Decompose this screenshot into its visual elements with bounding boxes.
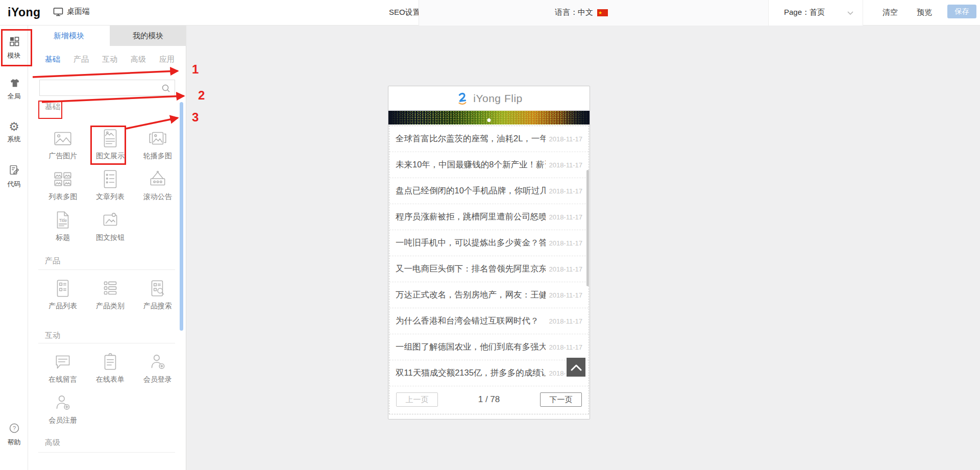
section-title-basic: 基础 — [45, 102, 60, 112]
monitor-icon — [53, 7, 63, 16]
category-interaction[interactable]: 互动 — [102, 55, 117, 64]
image-text-icon — [100, 128, 121, 149]
module-item-label: 图文按钮 — [96, 233, 125, 242]
category-advanced[interactable]: 高级 — [131, 55, 146, 64]
article-title[interactable]: 一吨旧手机中，可以提炼出多少黄金？答案... — [396, 237, 546, 249]
module-item-member-register[interactable]: 会员注册 — [39, 389, 87, 430]
clear-button[interactable]: 清空 — [883, 8, 898, 17]
module-item-ad-image[interactable]: 广告图片 — [39, 125, 87, 165]
site-header: iYong Flip — [388, 86, 590, 111]
modules-grid-icon — [9, 36, 20, 47]
module-item-member-login[interactable]: 会员登录 — [134, 348, 181, 389]
app-logo: iYong — [8, 6, 41, 19]
module-item-carousel[interactable]: 轮播多图 — [134, 125, 181, 165]
module-item-label: 轮播多图 — [143, 152, 172, 161]
category-apps[interactable]: 应用 — [159, 55, 175, 64]
article-title[interactable]: 为什么香港和台湾会错过互联网时代？ — [396, 315, 546, 327]
module-item-product-list[interactable]: 产品列表 — [39, 275, 87, 315]
seo-settings-button[interactable]: SEO设置 — [389, 8, 421, 17]
prev-page-button[interactable]: 上一页 — [396, 392, 438, 407]
module-grid-basic: 广告图片 图文展示 轮播多图 — [39, 125, 181, 247]
article-date: 2018-11-17 — [549, 239, 582, 247]
back-to-top-button[interactable] — [567, 358, 585, 377]
article-title[interactable]: 未来10年，中国最赚钱的8个新产业！薪资爆... — [396, 159, 546, 170]
sidebar-item-label: 模块 — [0, 51, 28, 60]
module-item-form[interactable]: 在线表单 — [87, 348, 134, 389]
sidebar-item-code[interactable]: 代码 — [0, 164, 28, 189]
article-title[interactable]: 程序员涨薪被拒，跳槽阿里遭前公司怒喷：... — [396, 211, 546, 222]
pagination: 上一页 1 / 78 下一页 — [389, 385, 589, 414]
title-doc-icon: Title — [52, 209, 74, 231]
tshirt-icon — [9, 78, 20, 88]
article-row[interactable]: 程序员涨薪被拒，跳槽阿里遭前公司怒喷：... 2018-11-17 — [389, 204, 589, 230]
tab-my-modules[interactable]: 我的模块 — [110, 26, 186, 46]
article-title[interactable]: 又一电商巨头倒下：排名曾领先阿里京东，... — [396, 263, 546, 275]
sidebar-item-modules[interactable]: 模块 — [0, 36, 28, 60]
site-logo-icon — [455, 92, 469, 106]
category-basic[interactable]: 基础 — [45, 55, 60, 64]
preview-button[interactable]: 预览 — [917, 8, 932, 17]
section-title-interaction: 互动 — [45, 331, 60, 340]
article-title[interactable]: 盘点已经倒闭的10个手机品牌，你听过几次 — [396, 185, 546, 196]
tab-add-modules[interactable]: 新增模块 — [28, 26, 110, 46]
banner-carousel[interactable] — [388, 111, 590, 125]
left-sidebar: 模块 全局 ⚙ 系统 代码 ? 帮助 — [0, 26, 28, 470]
notice-board-icon — [147, 168, 168, 190]
article-row[interactable]: 盘点已经倒闭的10个手机品牌，你听过几次 2018-11-17 — [389, 178, 589, 204]
save-button[interactable]: 保存 — [947, 5, 976, 18]
module-item-label: 产品列表 — [48, 302, 77, 311]
category-product[interactable]: 产品 — [74, 55, 89, 64]
sidebar-item-help[interactable]: ? 帮助 — [0, 423, 28, 447]
module-item-image-text[interactable]: 图文展示 — [87, 125, 134, 165]
image-button-icon — [100, 209, 121, 231]
article-row[interactable]: 一吨旧手机中，可以提炼出多少黄金？答案... 2018-11-17 — [389, 230, 589, 256]
module-item-image-grid[interactable]: 列表多图 — [39, 165, 87, 206]
sidebar-item-global[interactable]: 全局 — [0, 78, 28, 101]
device-selector[interactable]: 桌面端 — [53, 7, 90, 16]
search-input[interactable] — [40, 80, 175, 95]
module-item-product-search[interactable]: 产品搜索 — [134, 275, 181, 315]
module-grid-interaction: 在线留言 在线表单 会员登录 — [39, 348, 181, 430]
preview-scrollbar[interactable] — [586, 170, 589, 286]
article-date: 2018-11-17 — [549, 135, 582, 143]
module-item-product-category[interactable]: 产品类别 — [87, 275, 134, 315]
member-register-icon — [52, 392, 74, 413]
article-title[interactable]: 一组图了解德国农业，他们到底有多强大？ — [396, 341, 546, 353]
chevron-down-icon — [847, 11, 853, 15]
article-row[interactable]: 双11天猫成交额2135亿，拼多多的成绩让人... 2018-11-17 — [389, 360, 589, 386]
svg-text:?: ? — [12, 425, 15, 431]
article-row[interactable]: 为什么香港和台湾会错过互联网时代？ 2018-11-17 — [389, 308, 589, 334]
article-row[interactable]: 未来10年，中国最赚钱的8个新产业！薪资爆... 2018-11-17 — [389, 152, 589, 178]
sidebar-item-label: 全局 — [0, 92, 28, 101]
module-item-title[interactable]: Title 标题 — [39, 206, 87, 247]
product-category-icon — [100, 278, 121, 299]
article-row[interactable]: 又一电商巨头倒下：排名曾领先阿里京东，... 2018-11-17 — [389, 256, 589, 282]
topbar: iYong 桌面端 SEO设置 语言：中文 ★ Page：首页 清空 预览 保存 — [0, 0, 980, 26]
module-item-label: 图文展示 — [96, 152, 125, 161]
sidebar-item-system[interactable]: ⚙ 系统 — [0, 120, 28, 144]
article-list-module: 全球首富比尔盖茨的座驾，油耗2L，一年只... 2018-11-17 未来10年… — [389, 126, 589, 414]
sidebar-item-label: 帮助 — [0, 438, 28, 447]
section-divider — [38, 452, 175, 453]
module-item-notice[interactable]: 滚动公告 — [134, 165, 181, 206]
next-page-button[interactable]: 下一页 — [540, 392, 582, 407]
site-title: iYong Flip — [473, 92, 522, 105]
module-item-message[interactable]: 在线留言 — [39, 348, 87, 389]
article-title[interactable]: 全球首富比尔盖茨的座驾，油耗2L，一年只... — [396, 133, 546, 144]
module-item-image-button[interactable]: 图文按钮 — [87, 206, 134, 247]
article-row[interactable]: 万达正式改名，告别房地产，网友：王健林... 2018-11-17 — [389, 282, 589, 308]
module-item-article-list[interactable]: 文章列表 — [87, 165, 134, 206]
article-row[interactable]: 一组图了解德国农业，他们到底有多强大？ 2018-11-17 — [389, 334, 589, 360]
code-doc-icon — [9, 164, 20, 176]
article-date: 2018-11-17 — [549, 265, 582, 273]
device-label: 桌面端 — [67, 7, 90, 16]
page-selector[interactable]: Page：首页 — [769, 0, 863, 26]
article-title[interactable]: 双11天猫成交额2135亿，拼多多的成绩让人... — [396, 367, 546, 379]
article-row[interactable]: 全球首富比尔盖茨的座驾，油耗2L，一年只... 2018-11-17 — [389, 126, 589, 152]
article-title[interactable]: 万达正式改名，告别房地产，网友：王健林... — [396, 289, 546, 301]
question-circle-icon: ? — [9, 423, 20, 434]
carousel-dot — [487, 118, 491, 122]
language-selector[interactable]: 语言：中文 ★ — [555, 8, 608, 17]
panel-scrollbar[interactable] — [180, 102, 183, 331]
image-grid-icon — [52, 168, 74, 190]
